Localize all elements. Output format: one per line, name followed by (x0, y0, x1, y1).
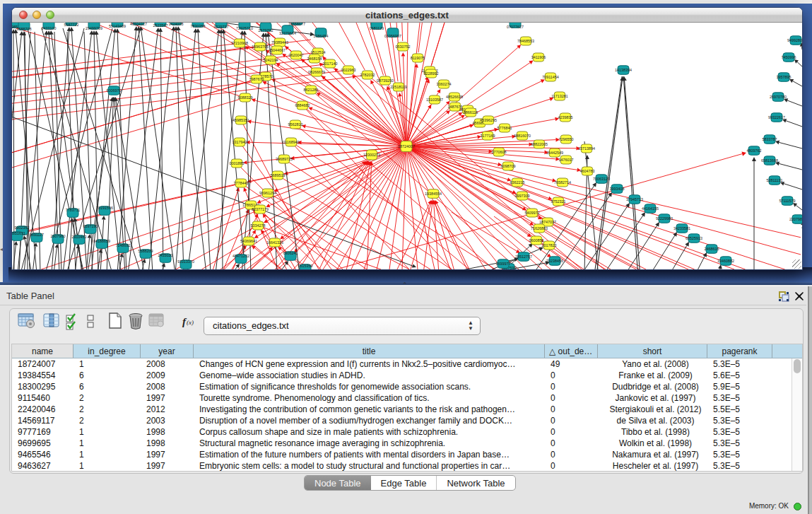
svg-text:37210908: 37210908 (231, 41, 248, 45)
svg-text:08739250: 08739250 (377, 78, 394, 83)
svg-text:8621281: 8621281 (304, 88, 319, 92)
svg-text:70911454: 70911454 (542, 75, 559, 79)
svg-text:48471232: 48471232 (233, 254, 249, 258)
svg-text:13103587: 13103587 (426, 98, 443, 102)
svg-text:3411906: 3411906 (531, 55, 546, 59)
svg-text:5334278: 5334278 (251, 223, 266, 228)
svg-text:01168940: 01168940 (283, 140, 300, 144)
svg-text:45985351: 45985351 (233, 118, 249, 122)
svg-text:35044667: 35044667 (269, 48, 286, 52)
svg-text:76582714: 76582714 (554, 180, 571, 185)
svg-text:7987673: 7987673 (249, 77, 264, 81)
svg-text:32379664: 32379664 (279, 31, 296, 35)
svg-text:04188659: 04188659 (93, 239, 110, 243)
svg-text:7783711: 7783711 (66, 208, 81, 212)
svg-text:82377179: 82377179 (252, 207, 269, 211)
svg-text:2523567: 2523567 (153, 23, 168, 28)
svg-text:3177169: 3177169 (481, 134, 495, 138)
svg-text:0530752: 0530752 (396, 45, 411, 49)
svg-text:19384554: 19384554 (425, 192, 442, 196)
svg-text:7778443: 7778443 (234, 181, 249, 185)
svg-text:15963705: 15963705 (252, 45, 269, 49)
svg-text:48526638: 48526638 (446, 95, 463, 99)
svg-text:4239835: 4239835 (558, 115, 573, 119)
svg-text:6098709: 6098709 (501, 164, 516, 168)
svg-text:5833787: 5833787 (763, 137, 777, 141)
svg-text:29499709: 29499709 (86, 26, 102, 30)
svg-text:0022963: 0022963 (341, 68, 356, 72)
svg-text:9329737: 9329737 (214, 25, 229, 29)
svg-text:33238456: 33238456 (546, 259, 563, 263)
svg-text:68822005: 68822005 (531, 142, 548, 146)
svg-text:6906241: 6906241 (283, 251, 298, 255)
svg-text:57111579: 57111579 (779, 199, 795, 203)
svg-text:3424008: 3424008 (169, 23, 184, 26)
svg-text:92229983: 92229983 (656, 216, 673, 221)
svg-text:2782032: 2782032 (360, 73, 375, 77)
svg-text:8433100: 8433100 (42, 26, 57, 30)
svg-text:(x): (x) (187, 319, 194, 326)
svg-text:5242194: 5242194 (264, 58, 278, 62)
svg-text:14138394: 14138394 (615, 68, 632, 72)
svg-text:71626883: 71626883 (531, 226, 548, 230)
svg-text:2017140: 2017140 (323, 62, 338, 66)
svg-text:18747037: 18747037 (539, 220, 556, 224)
svg-text:08266679: 08266679 (308, 70, 325, 74)
svg-text:2907960: 2907960 (51, 234, 66, 238)
svg-text:55143409: 55143409 (109, 24, 126, 28)
svg-text:3957895: 3957895 (777, 75, 792, 79)
svg-text:16641326: 16641326 (266, 240, 283, 245)
svg-text:07077627: 07077627 (507, 25, 524, 29)
svg-text:1476017: 1476017 (559, 158, 574, 162)
svg-text:18724007: 18724007 (398, 144, 415, 148)
svg-text:78468553: 78468553 (517, 39, 534, 43)
svg-text:7450996: 7450996 (782, 55, 796, 59)
svg-text:13460882: 13460882 (717, 259, 734, 263)
svg-text:34233581: 34233581 (673, 226, 690, 230)
svg-text:01056997: 01056997 (384, 34, 401, 38)
svg-text:22079832: 22079832 (789, 217, 802, 221)
svg-text:70063129: 70063129 (593, 177, 610, 181)
svg-text:5752321: 5752321 (551, 199, 566, 204)
svg-text:0228992: 0228992 (424, 71, 439, 76)
svg-text:93313370: 93313370 (177, 259, 194, 264)
svg-text:5776841: 5776841 (498, 126, 512, 130)
svg-text:1512514: 1512514 (311, 50, 326, 54)
svg-text:5615350: 5615350 (298, 264, 313, 268)
svg-text:3993408: 3993408 (610, 187, 625, 191)
svg-text:23851631: 23851631 (12, 231, 25, 235)
svg-text:3360274: 3360274 (437, 82, 452, 86)
svg-text:13300273: 13300273 (363, 153, 380, 157)
svg-text:8866116: 8866116 (464, 110, 478, 115)
svg-text:6884682: 6884682 (295, 103, 310, 107)
svg-text:11713281: 11713281 (551, 94, 568, 98)
svg-text:2468154: 2468154 (307, 57, 322, 61)
svg-text:9088329: 9088329 (238, 95, 253, 100)
svg-text:44164155: 44164155 (642, 206, 659, 211)
svg-text:23713894: 23713894 (578, 146, 595, 151)
svg-text:70191596: 70191596 (96, 206, 113, 210)
svg-text:74558677: 74558677 (288, 23, 305, 26)
svg-text:94992805: 94992805 (787, 38, 802, 42)
svg-text:45396295: 45396295 (480, 118, 497, 122)
svg-text:26970780: 26970780 (770, 95, 787, 99)
svg-text:0997309: 0997309 (515, 194, 530, 198)
svg-text:52811131: 52811131 (766, 178, 782, 182)
svg-text:4604783: 4604783 (580, 169, 595, 173)
svg-text:0691117: 0691117 (30, 233, 44, 237)
svg-text:6362215: 6362215 (510, 180, 525, 185)
svg-text:28512757: 28512757 (515, 255, 532, 259)
svg-text:46504327: 46504327 (130, 23, 147, 26)
svg-text:79389443: 79389443 (271, 40, 288, 45)
svg-text:2455020: 2455020 (158, 253, 173, 257)
svg-text:96961294: 96961294 (259, 191, 276, 195)
svg-text:9902352: 9902352 (15, 226, 30, 230)
svg-text:7830358: 7830358 (191, 24, 206, 28)
svg-text:39689725: 39689725 (276, 157, 293, 161)
svg-text:5689519: 5689519 (271, 173, 286, 177)
svg-text:0001885: 0001885 (230, 161, 245, 165)
svg-text:1317942: 1317942 (233, 140, 247, 144)
svg-text:2579792: 2579792 (259, 28, 273, 33)
svg-text:7148692: 7148692 (116, 243, 131, 247)
svg-text:26442549: 26442549 (546, 151, 563, 155)
